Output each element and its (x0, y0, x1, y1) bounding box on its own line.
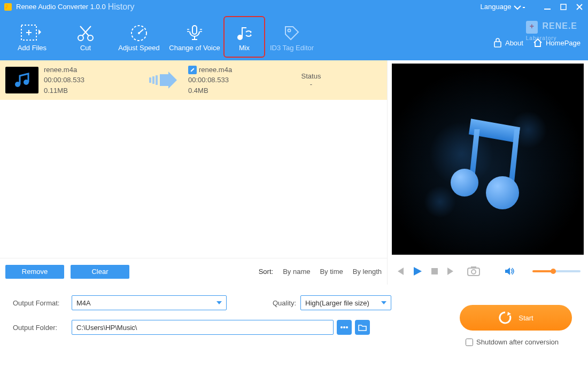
gauge-icon (130, 24, 148, 42)
target-duration: 00:00:08.533 (188, 75, 284, 85)
home-icon (533, 38, 543, 48)
preview-panel (388, 60, 588, 285)
next-track-button[interactable] (446, 266, 456, 276)
svg-rect-2 (561, 4, 566, 10)
target-name: renee.m4a (199, 66, 232, 74)
svg-rect-11 (494, 42, 501, 47)
history-link[interactable]: History (108, 2, 135, 12)
status-value: - (284, 80, 338, 88)
file-thumbnail (5, 67, 38, 93)
sort-label: Sort: (259, 268, 273, 276)
tag-icon (283, 25, 300, 42)
add-files-button[interactable]: Add Files (5, 16, 59, 58)
refresh-icon (498, 311, 512, 325)
remove-button[interactable]: Remove (5, 265, 64, 279)
svg-rect-0 (523, 7, 525, 8)
list-footer: Remove Clear Sort: By name By time By le… (0, 258, 387, 285)
titlebar: Renee Audio Converter 1.0.0 History Lang… (0, 0, 588, 13)
content-area: renee.m4a 00:00:08.533 0.11MB renee.m4a … (0, 60, 588, 285)
sort-area: Sort: By name By time By length (259, 268, 382, 276)
target-size: 0.4MB (188, 85, 284, 96)
output-format-label: Output Format: (13, 299, 72, 307)
header: Renee Audio Converter 1.0.0 History Lang… (0, 0, 588, 60)
svg-rect-8 (192, 26, 197, 34)
homepage-link[interactable]: HomePage (533, 38, 581, 48)
source-duration: 00:00:08.533 (44, 75, 140, 85)
sort-by-name[interactable]: By name (283, 268, 310, 276)
more-button[interactable] (337, 320, 352, 335)
adjust-speed-button[interactable]: Adjust Speed (112, 16, 166, 58)
ellipsis-icon (340, 326, 349, 329)
microphone-icon (185, 24, 204, 42)
output-folder-input[interactable]: C:\Users\HP\Music\ (72, 320, 334, 335)
quality-label: Quality: (253, 299, 296, 307)
preview-display (392, 64, 584, 255)
source-size: 0.11MB (44, 85, 140, 96)
folder-icon (358, 324, 367, 331)
target-info: renee.m4a 00:00:08.533 0.4MB (188, 65, 284, 96)
file-list-area: renee.m4a 00:00:08.533 0.11MB renee.m4a … (0, 60, 388, 285)
svg-point-21 (341, 326, 343, 328)
shutdown-checkbox-input[interactable] (466, 339, 473, 346)
mix-icon (235, 25, 253, 42)
minimize-button[interactable] (543, 3, 552, 11)
bottom-panel: Output Format: M4A Quality: High(Larger … (0, 285, 588, 359)
app-title: Renee Audio Converter 1.0.0 (16, 3, 106, 11)
svg-rect-17 (431, 268, 438, 274)
about-link[interactable]: About (493, 38, 523, 48)
svg-point-22 (343, 326, 345, 328)
status-label: Status (284, 72, 338, 80)
svg-point-10 (288, 29, 291, 32)
clear-button[interactable]: Clear (71, 265, 129, 279)
svg-rect-16 (156, 75, 158, 85)
mix-button[interactable]: Mix (223, 16, 265, 58)
sort-by-time[interactable]: By time (320, 268, 343, 276)
language-dropdown[interactable]: Language (481, 3, 525, 11)
quality-select[interactable]: High(Larger file size) (300, 295, 391, 310)
brand-cross-icon (526, 21, 538, 34)
right-links: About HomePage (493, 38, 581, 48)
status-column: Status - (284, 72, 338, 88)
cut-button[interactable]: Cut (59, 16, 112, 58)
scissors-icon (76, 24, 95, 42)
svg-rect-1 (544, 9, 551, 10)
chevron-down-icon (216, 301, 222, 304)
play-button[interactable] (412, 266, 423, 277)
output-format-select[interactable]: M4A (72, 295, 227, 310)
svg-point-23 (346, 326, 348, 328)
svg-rect-14 (149, 77, 151, 83)
svg-point-5 (88, 35, 93, 41)
volume-slider[interactable] (532, 270, 581, 272)
close-button[interactable] (575, 3, 584, 11)
volume-icon[interactable] (504, 266, 515, 276)
app-logo-icon (4, 3, 12, 11)
snapshot-button[interactable] (467, 265, 481, 277)
svg-point-19 (471, 270, 476, 274)
change-voice-button[interactable]: Change of Voice (166, 16, 223, 58)
chevron-down-icon (381, 301, 386, 304)
source-name: renee.m4a (44, 65, 140, 75)
svg-point-7 (138, 32, 140, 34)
add-files-icon (20, 24, 44, 42)
svg-point-4 (78, 35, 83, 41)
toolbar: Add Files Cut Adjust Speed Change of Voi… (0, 13, 588, 60)
source-info: renee.m4a 00:00:08.533 0.11MB (44, 65, 140, 96)
convert-arrow-icon (140, 71, 188, 89)
list-empty-area (0, 100, 387, 258)
shutdown-checkbox[interactable]: Shutdown after conversion (466, 338, 559, 346)
id3-tag-editor-button[interactable]: ID3 Tag Editor (265, 16, 319, 58)
maximize-button[interactable] (559, 3, 568, 11)
lock-icon (493, 38, 502, 48)
file-row[interactable]: renee.m4a 00:00:08.533 0.11MB renee.m4a … (0, 60, 387, 100)
stop-button[interactable] (430, 267, 439, 276)
output-folder-label: Output Folder: (13, 324, 72, 332)
svg-rect-20 (471, 266, 476, 269)
prev-track-button[interactable] (395, 266, 405, 276)
svg-rect-15 (152, 76, 154, 84)
music-note-icon (440, 111, 536, 207)
start-button[interactable]: Start (460, 305, 572, 331)
player-controls (388, 258, 588, 285)
sort-by-length[interactable]: By length (353, 268, 382, 276)
browse-folder-button[interactable] (355, 320, 370, 335)
edit-icon[interactable] (188, 66, 197, 74)
